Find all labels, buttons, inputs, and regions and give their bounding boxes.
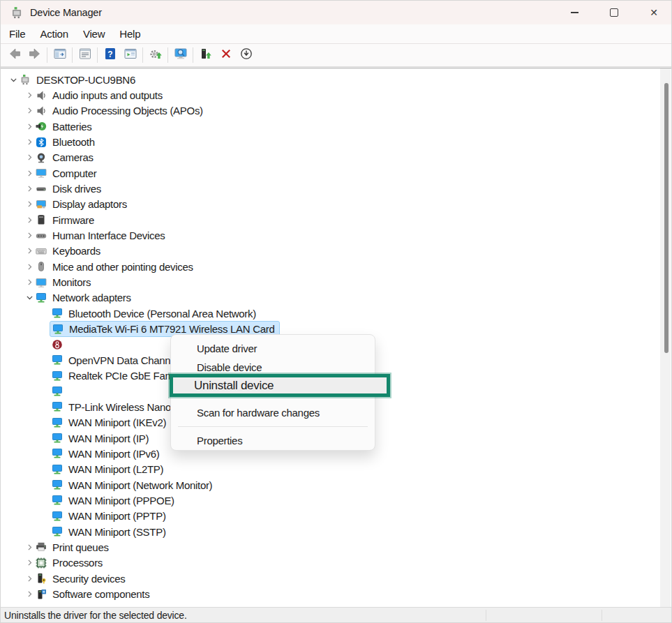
vertical-scrollbar[interactable] — [660, 68, 671, 608]
tree-item-audio-processing-objects-apos[interactable]: Audio Processing Objects (APOs) — [1, 103, 671, 119]
toolbar-back-arrow-button[interactable] — [4, 46, 24, 64]
context-menu-item-update-driver[interactable]: Update driver — [171, 339, 375, 358]
tree-item-network-adapters[interactable]: Network adapters — [1, 290, 671, 306]
tree-item-mice-and-other-pointing-devices[interactable]: Mice and other pointing devices — [1, 259, 671, 274]
maximize-button[interactable] — [598, 1, 630, 24]
minimize-button[interactable] — [558, 1, 590, 24]
chevron-down-icon[interactable] — [7, 74, 20, 85]
tree-item-computer[interactable]: Computer — [1, 165, 671, 181]
chevron-right-icon[interactable] — [23, 557, 36, 569]
tree-item-wan-miniport-pptp[interactable]: WAN Miniport (PPTP) — [1, 509, 671, 524]
toolbar-show-console-tree-button[interactable] — [50, 46, 70, 64]
tree-item-monitors[interactable]: Monitors — [1, 274, 671, 290]
tree-item-cameras[interactable]: Cameras — [1, 150, 671, 165]
tree-item-processors[interactable]: Processors — [1, 555, 671, 571]
toolbar-separator — [193, 47, 193, 63]
scrollbar-thumb[interactable] — [664, 83, 669, 353]
menu-help[interactable]: Help — [119, 28, 148, 40]
context-menu-item-scan-for-hardware-changes[interactable]: Scan for hardware changes — [171, 403, 375, 422]
toolbar-uninstall-device-button[interactable] — [216, 46, 236, 64]
chevron-right-icon[interactable] — [23, 199, 36, 210]
battery-icon — [36, 121, 47, 132]
chevron-right-icon[interactable] — [23, 214, 36, 225]
tree-item-label: Print queues — [52, 541, 109, 553]
tree-item-wan-miniport-network-monitor[interactable]: WAN Miniport (Network Monitor) — [1, 477, 671, 493]
tree-item-desktop-ucu9bn6[interactable]: DESKTOP-UCU9BN6 — [1, 72, 671, 87]
chevron-right-icon[interactable] — [23, 246, 36, 257]
toolbar-update-driver-software-button[interactable] — [145, 46, 165, 64]
tree-item-batteries[interactable]: Batteries — [1, 119, 671, 134]
tree-item-audio-inputs-and-outputs[interactable]: Audio inputs and outputs — [1, 87, 671, 103]
svg-text:?: ? — [107, 50, 112, 59]
tree-item-display-adaptors[interactable]: Display adaptors — [1, 197, 671, 212]
context-menu-item-properties[interactable]: Properties — [171, 431, 375, 450]
toolbar-show-action-pane-button[interactable] — [120, 46, 140, 64]
chevron-right-icon[interactable] — [23, 137, 36, 148]
tree-item-wan-miniport-l2tp[interactable]: WAN Miniport (L2TP) — [1, 462, 671, 477]
toolbar-disable-device-button[interactable] — [236, 46, 256, 64]
chevron-right-icon[interactable] — [23, 152, 36, 163]
toolbar-properties-window-button[interactable] — [75, 46, 95, 64]
network-adapter-icon — [52, 464, 63, 475]
toolbar-scan-hardware-changes-button[interactable] — [170, 46, 191, 64]
forward-arrow-icon — [28, 47, 42, 63]
tree-item-keyboards[interactable]: Keyboards — [1, 243, 671, 259]
network-adapter-icon — [52, 417, 63, 428]
tree-item-label: Realtek PCIe GbE Fam — [68, 370, 174, 382]
tree-item-label: Audio inputs and outputs — [52, 89, 163, 101]
tree-item-label: Computer — [52, 167, 96, 179]
firmware-icon — [36, 214, 47, 225]
chevron-right-icon[interactable] — [23, 541, 36, 553]
chevron-right-icon[interactable] — [23, 183, 36, 195]
show-action-pane-icon — [124, 47, 137, 63]
tree-item-label: MediaTek Wi-Fi 6 MT7921 Wireless LAN Car… — [69, 323, 274, 335]
tree-item-disk-drives[interactable]: Disk drives — [1, 181, 671, 196]
menu-view[interactable]: View — [83, 28, 112, 40]
chevron-right-icon[interactable] — [23, 261, 36, 272]
toolbar-update-driver-button[interactable] — [195, 46, 216, 64]
context-menu-item-uninstall-device[interactable]: Uninstall device — [170, 374, 390, 397]
network-adapter-icon — [52, 511, 63, 522]
tree-item-label: Network adapters — [52, 292, 131, 303]
window-controls: ✕ — [558, 1, 670, 24]
tree-item-bluetooth[interactable]: Bluetooth — [1, 134, 671, 149]
toolbar-help-button[interactable]: ? — [100, 46, 120, 64]
monitor-icon — [36, 277, 47, 288]
tree-item-firmware[interactable]: Firmware — [1, 212, 671, 227]
chevron-right-icon[interactable] — [23, 230, 36, 241]
menu-action[interactable]: Action — [40, 28, 76, 40]
network-adapter-icon — [52, 324, 64, 335]
tree-item-software-components[interactable]: Software components — [1, 586, 671, 601]
toolbar-separator — [97, 47, 98, 63]
chevron-right-icon[interactable] — [23, 167, 36, 179]
show-console-tree-icon — [53, 47, 67, 63]
chevron-right-icon[interactable] — [23, 277, 36, 288]
menu-file[interactable]: File — [9, 28, 33, 40]
scan-hardware-changes-icon — [174, 47, 188, 63]
toolbar: ? — [1, 44, 671, 67]
chevron-placeholder — [39, 401, 52, 412]
computer-device-icon — [20, 74, 31, 85]
tree-item-security-devices[interactable]: Security devices — [1, 571, 671, 586]
network-adapters-icon — [36, 292, 47, 303]
chevron-right-icon[interactable] — [23, 573, 36, 584]
tree-item-wan-miniport-pppoe[interactable]: WAN Miniport (PPPOE) — [1, 493, 671, 508]
chevron-down-icon[interactable] — [23, 292, 36, 303]
network-adapter-icon — [52, 479, 63, 490]
network-adapter-icon — [52, 433, 63, 444]
toolbar-forward-arrow-button[interactable] — [24, 46, 45, 64]
tree-item-wan-miniport-sstp[interactable]: WAN Miniport (SSTP) — [1, 524, 671, 539]
tree-item-label: Keyboards — [52, 245, 100, 257]
tree-item-label: Bluetooth Device (Personal Area Network) — [68, 308, 256, 320]
context-menu-separator — [178, 426, 368, 427]
tree-item-print-queues[interactable]: Print queues — [1, 539, 671, 555]
close-button[interactable]: ✕ — [638, 1, 670, 24]
chevron-right-icon[interactable] — [23, 105, 36, 117]
chevron-right-icon[interactable] — [23, 589, 36, 600]
tree-item-bluetooth-device-personal-area-network[interactable]: Bluetooth Device (Personal Area Network) — [1, 306, 671, 321]
tree-item-label: WAN Miniport (L2TP) — [68, 463, 163, 475]
chevron-right-icon[interactable] — [23, 121, 36, 132]
chevron-placeholder — [39, 479, 52, 490]
chevron-right-icon[interactable] — [23, 90, 36, 101]
tree-item-human-interface-devices[interactable]: Human Interface Devices — [1, 227, 671, 243]
